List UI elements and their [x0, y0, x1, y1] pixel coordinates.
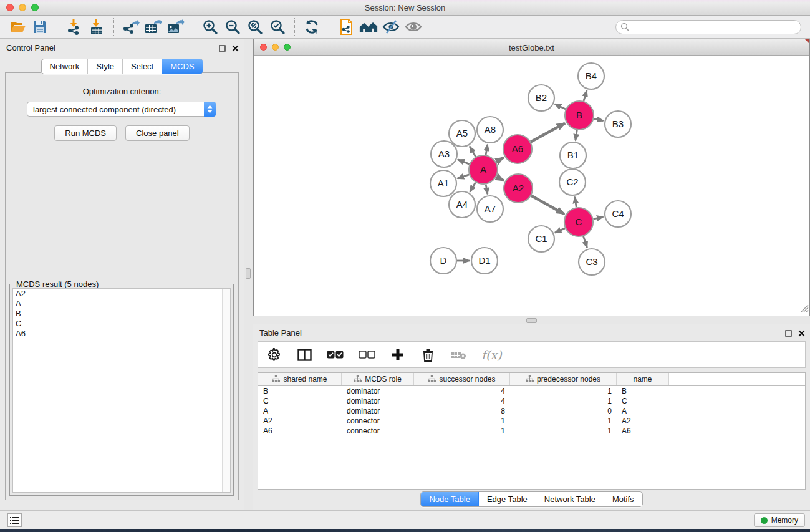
home-neighbors-icon[interactable]	[359, 18, 378, 36]
graph-node-C2[interactable]: C2	[559, 169, 586, 195]
export-image-icon[interactable]	[166, 18, 185, 36]
column-header-name[interactable]: name	[617, 373, 669, 385]
graph-edge-B-B1[interactable]	[576, 130, 577, 141]
select-all-checkboxes-icon[interactable]	[327, 347, 344, 363]
graph-node-B2[interactable]: B2	[528, 85, 554, 111]
graph-node-A4[interactable]: A4	[449, 191, 475, 218]
deselect-all-checkboxes-icon[interactable]	[359, 347, 375, 363]
table-cell[interactable]: dominator	[342, 406, 414, 416]
graph-edge-A-A2[interactable]	[496, 177, 504, 180]
close-panel-icon[interactable]	[798, 328, 805, 339]
table-cell[interactable]: A	[258, 406, 342, 416]
graph-edge-A-A5[interactable]	[470, 147, 476, 157]
graph-node-C[interactable]: C	[564, 208, 593, 236]
mcds-result-item[interactable]: B	[13, 309, 230, 319]
delete-column-trash-icon[interactable]	[420, 347, 435, 363]
tab-select[interactable]: Select	[123, 59, 162, 74]
table-cell[interactable]: C	[617, 396, 669, 406]
column-layout-icon[interactable]	[297, 347, 312, 363]
tab-network-table[interactable]: Network Table	[536, 492, 604, 506]
table-cell[interactable]: dominator	[342, 386, 414, 396]
close-panel-button[interactable]: Close panel	[125, 125, 190, 141]
table-cell[interactable]: 8	[414, 406, 510, 416]
table-row[interactable]: Cdominator41C	[258, 396, 805, 406]
graph-edge-A-A4[interactable]	[470, 183, 475, 192]
run-mcds-button[interactable]: Run MCDS	[54, 125, 117, 141]
graph-edge-A-A7[interactable]	[486, 185, 488, 195]
column-header-MCDS-role[interactable]: MCDS role	[342, 373, 414, 385]
save-session-icon[interactable]	[31, 18, 49, 36]
graph-node-A8[interactable]: A8	[477, 117, 503, 143]
graph-node-B[interactable]: B	[565, 101, 594, 130]
graph-node-B3[interactable]: B3	[605, 111, 631, 137]
table-cell[interactable]: A6	[617, 426, 669, 436]
mcds-result-item[interactable]: A2	[13, 289, 230, 299]
clone-network-icon[interactable]	[337, 18, 355, 36]
graph-node-C3[interactable]: C3	[579, 249, 605, 275]
list-scrollbar[interactable]	[222, 289, 230, 492]
graph-node-A[interactable]: A	[469, 155, 498, 184]
divider-handle[interactable]	[526, 318, 537, 323]
tab-node-table[interactable]: Node Table	[421, 492, 479, 506]
import-network-icon[interactable]	[65, 18, 84, 36]
import-table-icon[interactable]	[87, 18, 106, 36]
table-row[interactable]: Adominator80A	[258, 406, 805, 416]
tab-motifs[interactable]: Motifs	[604, 492, 642, 506]
graph-edge-A6-B[interactable]	[531, 123, 565, 142]
refresh-icon[interactable]	[302, 18, 321, 36]
memory-button[interactable]: Memory	[754, 513, 805, 527]
graph-edge-A-A3[interactable]	[458, 160, 469, 164]
table-row[interactable]: A6connector11A6	[258, 426, 805, 436]
zoom-fit-icon[interactable]	[246, 18, 264, 36]
search-input[interactable]	[615, 20, 801, 34]
tab-mcds[interactable]: MCDS	[162, 59, 202, 74]
criterion-select[interactable]: largest connected component (directed)	[27, 102, 216, 117]
table-cell[interactable]: 0	[510, 406, 617, 416]
graph-edge-A-A8[interactable]	[486, 145, 488, 155]
graph-edge-A2-C[interactable]	[531, 196, 564, 215]
graph-node-A5[interactable]: A5	[449, 120, 475, 147]
task-history-button[interactable]	[7, 513, 22, 527]
mcds-result-item[interactable]: A	[13, 299, 230, 309]
graph-edge-A-A1[interactable]	[458, 175, 470, 178]
graph-node-D[interactable]: D	[430, 248, 456, 274]
table-cell[interactable]: 1	[414, 426, 510, 436]
graph-edge-C-C2[interactable]	[575, 197, 577, 208]
column-header-shared-name[interactable]: shared name	[258, 373, 342, 385]
table-cell[interactable]: connector	[342, 426, 414, 436]
graph-edge-C-C4[interactable]	[594, 217, 604, 219]
table-cell[interactable]: 1	[510, 396, 617, 406]
vertical-split-divider[interactable]	[244, 39, 253, 510]
graph-edge-B-B4[interactable]	[584, 90, 587, 101]
graph-edge-B-B3[interactable]	[594, 118, 603, 120]
table-cell[interactable]: A2	[258, 416, 342, 426]
zoom-selected-icon[interactable]	[268, 18, 287, 36]
export-network-icon[interactable]	[122, 18, 140, 36]
zoom-in-icon[interactable]	[201, 18, 219, 36]
table-cell[interactable]: A6	[258, 426, 342, 436]
graph-edge-A-A6[interactable]	[496, 157, 504, 162]
graph-node-C1[interactable]: C1	[528, 226, 554, 252]
table-cell[interactable]: 4	[414, 396, 510, 406]
close-panel-icon[interactable]	[232, 43, 239, 54]
network-window-titlebar[interactable]: testGlobe.txt	[254, 39, 809, 56]
table-cell[interactable]: 1	[510, 426, 617, 436]
table-cell[interactable]: A	[617, 406, 669, 416]
table-cell[interactable]: 4	[414, 386, 510, 396]
graph-node-A7[interactable]: A7	[477, 196, 503, 222]
settings-gear-icon[interactable]	[267, 347, 282, 363]
add-column-icon[interactable]	[390, 347, 405, 363]
graph-node-A6[interactable]: A6	[503, 135, 532, 163]
resize-grip-icon[interactable]	[801, 304, 809, 315]
graph-edge-C-C3[interactable]	[583, 236, 587, 248]
graph-node-D1[interactable]: D1	[471, 248, 498, 274]
graph-node-A1[interactable]: A1	[430, 170, 456, 196]
graph-node-B4[interactable]: B4	[578, 63, 604, 89]
table-cell[interactable]: connector	[342, 416, 414, 426]
mcds-result-list[interactable]: A2ABCA6	[12, 288, 231, 493]
hide-selected-eye-icon[interactable]	[382, 18, 400, 36]
graph-edge-C-C1[interactable]	[555, 228, 565, 233]
export-table-icon[interactable]	[144, 18, 163, 36]
open-session-icon[interactable]	[8, 18, 27, 36]
table-cell[interactable]: 1	[414, 416, 510, 426]
